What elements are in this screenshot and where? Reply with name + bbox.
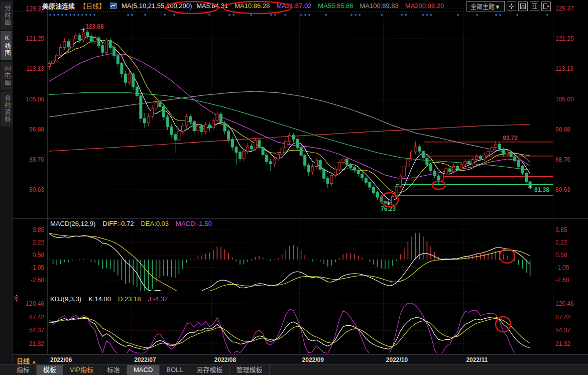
axis-tick: 96.88 xyxy=(555,126,570,133)
header-controls: 全部主题▼ xyxy=(466,1,551,12)
period-arrow-icon: ▲ xyxy=(32,359,37,364)
axis-tick: 88.76 xyxy=(15,156,44,163)
axis-tick: 3.85 xyxy=(15,226,44,233)
period-tag: 【日线】 xyxy=(79,1,105,11)
sidebar-tab-2[interactable]: 闪电图 xyxy=(1,62,12,90)
axis-tick: -1.05 xyxy=(15,264,44,271)
sidebar-tab-0[interactable]: 分时图 xyxy=(1,2,12,30)
axis-tick: 80.63 xyxy=(555,186,570,193)
toolbar-item-1[interactable]: 模板 xyxy=(37,365,63,375)
sidebar-tab-1[interactable]: K线图 xyxy=(1,31,12,60)
axis-tick: 2.22 xyxy=(555,239,567,246)
ma-caption: MA(5,10,21,55,100,200) xyxy=(122,2,192,10)
sidebar-tab-3[interactable]: 合约资料 xyxy=(1,91,12,127)
axis-tick: 87.42 xyxy=(15,314,44,321)
axis-tick: 120.46 xyxy=(555,300,574,307)
app-window: 129.37129.37121.25121.25113.13113.13105.… xyxy=(0,0,588,375)
ma-legend-value-0: MA5:84.31 xyxy=(196,2,228,10)
toolbar-item-4[interactable]: MACD xyxy=(127,365,160,375)
pane-split-right-icon[interactable] xyxy=(530,2,539,11)
left-sidebar: 分时图K线图闪电图合约资料 xyxy=(0,0,13,375)
axis-tick: 96.88 xyxy=(15,126,44,133)
kdj-k-value: K:14.00 xyxy=(88,295,111,303)
axis-tick: 0.58 xyxy=(555,252,567,259)
axis-tick: 121.25 xyxy=(15,35,44,42)
axis-tick: 113.13 xyxy=(555,65,573,72)
date-label-1: 2022/07 xyxy=(134,356,156,363)
axis-tick: 80.63 xyxy=(15,186,44,193)
chart-header: 美原油连续 【日线】 MA(5,10,21,55,100,200) MA5:84… xyxy=(42,0,444,11)
kdj-d-value: D:23.18 xyxy=(118,295,141,303)
crosshair-icon[interactable] xyxy=(507,2,516,11)
price-annotation-0: 123.68 xyxy=(85,23,104,30)
labels-layer: 129.37129.37121.25121.25113.13113.13105.… xyxy=(0,0,588,375)
pane-pop-out-icon[interactable] xyxy=(541,2,551,11)
axis-tick: 87.42 xyxy=(555,314,570,321)
date-label-5: 2022/11 xyxy=(466,356,488,363)
axis-tick: 129.37 xyxy=(555,5,574,12)
kdj-panel-header: KDJ(9,3,3) K:14.00 D:23.18 J:-4.37 xyxy=(50,295,168,303)
ma-legend-value-3: MA55:85.86 xyxy=(318,2,353,10)
date-label-3: 2022/09 xyxy=(302,356,324,363)
kdj-hot-icon xyxy=(13,294,20,303)
ma-legend-value-1: MA10:86.28 xyxy=(234,2,270,10)
axis-tick: 113.13 xyxy=(15,65,44,72)
axis-tick: 3.85 xyxy=(555,226,567,233)
date-label-2: 2022/08 xyxy=(214,356,236,363)
axis-tick: -2.68 xyxy=(555,277,569,284)
toolbar-item-7[interactable]: 管理模板 xyxy=(230,365,270,375)
axis-tick: 2.22 xyxy=(15,239,44,246)
toolbar-item-5[interactable]: BOLL xyxy=(160,365,190,375)
axis-tick: -1.05 xyxy=(555,264,569,271)
kline-icon xyxy=(110,3,117,9)
theme-select-button[interactable]: 全部主题▼ xyxy=(466,1,505,12)
pane-split-bottom-icon[interactable] xyxy=(518,2,528,11)
axis-tick: 88.76 xyxy=(555,156,570,163)
instrument-title: 美原油连续 xyxy=(42,1,75,11)
toolbar-item-0[interactable]: 指标 xyxy=(10,365,37,375)
price-annotation-3: 76.23 xyxy=(381,205,396,212)
axis-tick: 21.32 xyxy=(15,340,44,347)
axis-tick: -2.68 xyxy=(15,277,44,284)
axis-tick: 105.00 xyxy=(555,96,574,103)
date-label-0: 2022/06 xyxy=(50,356,72,363)
axis-tick: 121.25 xyxy=(555,35,574,42)
ma-legend-value-5: MA200:98.20 xyxy=(405,2,444,10)
period-label: 日线 xyxy=(17,357,30,365)
toolbar-item-3[interactable]: 标准 xyxy=(100,365,127,375)
axis-tick: 129.37 xyxy=(15,5,44,12)
axis-tick: 0.58 xyxy=(15,252,44,259)
axis-tick: 21.32 xyxy=(555,340,570,347)
axis-tick: 105.00 xyxy=(15,96,44,103)
kdj-j-value: J:-4.37 xyxy=(148,295,168,303)
toolbar-item-6[interactable]: 另存模板 xyxy=(190,365,230,375)
date-label-4: 2022/10 xyxy=(386,356,408,363)
ma-legend: MA5:84.31MA10:86.28MA21:87.02MA55:85.86M… xyxy=(196,2,444,10)
toolbar-item-2[interactable]: VIP指标 xyxy=(63,365,100,375)
ma-legend-value-2: MA21:87.02 xyxy=(276,2,311,10)
price-annotation-2: 81.38 xyxy=(534,186,549,193)
ma-legend-value-4: MA100:89.83 xyxy=(360,2,398,10)
axis-tick: 54.37 xyxy=(555,327,570,334)
date-axis-row: 日线 ▲ 2022/062022/072022/082022/092022/10… xyxy=(13,354,588,365)
kdj-caption: KDJ(9,3,3) xyxy=(50,295,81,303)
macd-diff-value: DIFF:-0.72 xyxy=(102,220,134,227)
axis-tick: 54.37 xyxy=(15,327,44,334)
macd-caption: MACD(26,12,9) xyxy=(50,220,95,227)
macd-dea-value: DEA:0.03 xyxy=(141,220,169,227)
price-annotation-1: 93.72 xyxy=(503,135,518,142)
macd-macd-value: MACD:-1.50 xyxy=(176,220,212,227)
macd-panel-header: MACD(26,12,9) DIFF:-0.72 DEA:0.03 MACD:-… xyxy=(50,220,212,227)
bottom-toolbar: 指标模板VIP指标标准MACDBOLL另存模板管理模板 xyxy=(0,364,588,375)
